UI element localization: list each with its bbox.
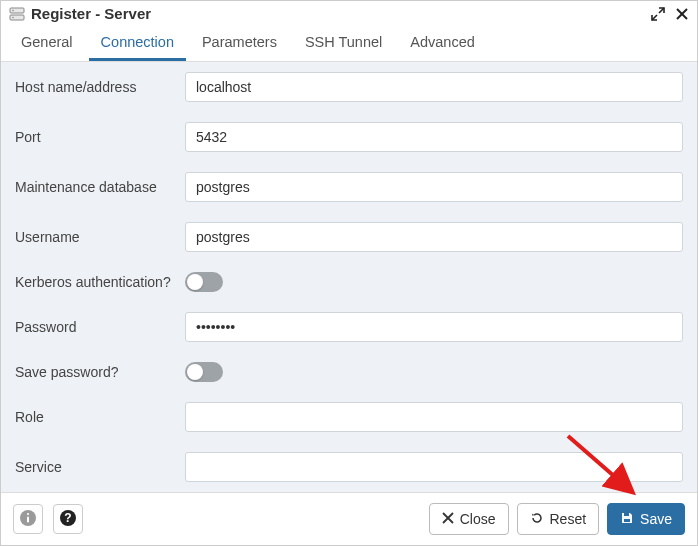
svg-rect-10	[624, 519, 630, 522]
svg-rect-9	[624, 513, 629, 516]
kerberos-label: Kerberos authentication?	[15, 273, 175, 291]
username-label: Username	[15, 228, 175, 246]
save-icon	[620, 511, 634, 528]
dialog-title: Register - Server	[31, 5, 645, 22]
savepw-label: Save password?	[15, 363, 175, 381]
username-input[interactable]	[185, 222, 683, 252]
maintdb-input[interactable]	[185, 172, 683, 202]
host-input[interactable]	[185, 72, 683, 102]
port-input[interactable]	[185, 122, 683, 152]
kerberos-toggle[interactable]	[185, 272, 223, 292]
tab-bar: General Connection Parameters SSH Tunnel…	[1, 26, 697, 62]
help-button[interactable]: ?	[53, 504, 83, 534]
svg-point-3	[12, 16, 14, 18]
expand-icon[interactable]	[651, 7, 665, 21]
svg-rect-1	[10, 15, 24, 20]
close-icon[interactable]	[675, 7, 689, 21]
svg-point-6	[27, 512, 29, 514]
info-button[interactable]	[13, 504, 43, 534]
tab-parameters[interactable]: Parameters	[190, 26, 289, 61]
svg-text:?: ?	[64, 511, 71, 525]
tab-advanced[interactable]: Advanced	[398, 26, 487, 61]
info-icon	[19, 509, 37, 530]
password-input[interactable]	[185, 312, 683, 342]
service-label: Service	[15, 458, 175, 476]
help-icon: ?	[59, 509, 77, 530]
service-input[interactable]	[185, 452, 683, 482]
tab-connection[interactable]: Connection	[89, 26, 186, 61]
role-input[interactable]	[185, 402, 683, 432]
close-button[interactable]: Close	[429, 503, 509, 535]
reset-icon	[530, 511, 544, 528]
dialog-header: Register - Server	[1, 1, 697, 26]
save-button-label: Save	[640, 511, 672, 527]
close-button-label: Close	[460, 511, 496, 527]
reset-button[interactable]: Reset	[517, 503, 600, 535]
port-label: Port	[15, 128, 175, 146]
tab-ssh-tunnel[interactable]: SSH Tunnel	[293, 26, 394, 61]
tab-general[interactable]: General	[9, 26, 85, 61]
svg-point-2	[12, 9, 14, 11]
maintdb-label: Maintenance database	[15, 178, 175, 196]
role-label: Role	[15, 408, 175, 426]
close-x-icon	[442, 511, 454, 527]
savepw-toggle[interactable]	[185, 362, 223, 382]
save-button[interactable]: Save	[607, 503, 685, 535]
dialog-footer: ? Close	[1, 492, 697, 545]
svg-rect-0	[10, 8, 24, 13]
host-label: Host name/address	[15, 78, 175, 96]
reset-button-label: Reset	[550, 511, 587, 527]
password-label: Password	[15, 318, 175, 336]
form-body: Host name/address Port Maintenance datab…	[1, 62, 697, 492]
register-server-dialog: Register - Server General Connection Par…	[0, 0, 698, 546]
server-icon	[9, 6, 25, 22]
svg-rect-5	[27, 516, 29, 522]
